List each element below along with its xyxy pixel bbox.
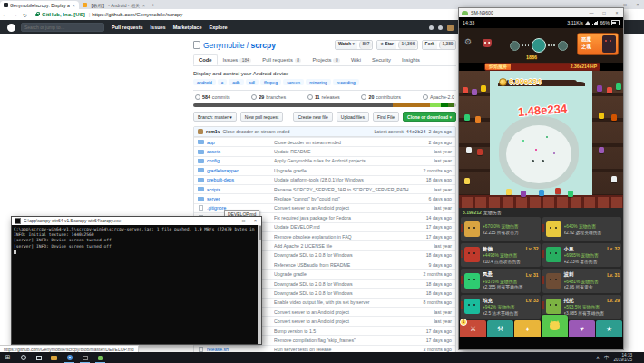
close-icon[interactable]: ×	[249, 217, 261, 225]
new-pull-request-button[interactable]: New pull request	[240, 112, 283, 122]
commit-message-link[interactable]: Update README	[274, 149, 410, 154]
commit-sha[interactable]: 44e2b24	[406, 129, 426, 134]
repo-owner-link[interactable]: Genymobile	[203, 41, 244, 50]
create-new-file-button[interactable]: Create new file	[293, 112, 332, 122]
browser-tab[interactable]: 【教程】 - Android - 相关 ×	[79, 1, 149, 9]
file-explorer-icon[interactable]	[46, 352, 62, 363]
github-nav-link[interactable]: Issues	[151, 25, 166, 30]
commit-message-link[interactable]: Downgrade SDL to 2.0.8 for Windows	[274, 281, 410, 287]
cmd-taskbar-icon[interactable]	[77, 352, 93, 363]
commit-message-link[interactable]: Convert server to an Android project	[274, 309, 410, 315]
commit-message-link[interactable]: Downgrade SDL to 2.0.8 for Windows	[274, 290, 410, 296]
url-text[interactable]: https://github.com/Genymobile/scrcpy	[92, 12, 182, 17]
game-tab[interactable]: ★	[596, 320, 622, 337]
commit-message-link[interactable]: Apply Genymobile rules for Android proje…	[274, 158, 410, 163]
commit-message-link[interactable]: Upgrade gradle	[274, 271, 410, 277]
new-tab-button[interactable]: +	[149, 1, 158, 9]
github-search-input[interactable]	[21, 23, 104, 32]
repo-tab[interactable]: Insights	[396, 54, 425, 65]
plus-menu-icon[interactable]	[438, 25, 443, 30]
file-name-link[interactable]: gradle/wrapper	[207, 168, 274, 173]
topic-chip[interactable]: screen	[283, 79, 304, 85]
topic-chip[interactable]: c	[218, 79, 228, 85]
forward-icon[interactable]: →	[10, 12, 20, 17]
commit-message-link[interactable]: Update platform-tools (28.0.1) for Windo…	[274, 177, 410, 182]
task-view-icon[interactable]	[31, 352, 46, 363]
commit-author[interactable]: rom1v	[206, 129, 220, 134]
github-nav-link[interactable]: Pull requests	[112, 25, 143, 30]
file-name-link[interactable]: config	[207, 158, 274, 163]
scrcpy-taskbar-icon[interactable]	[93, 352, 108, 363]
github-nav-link[interactable]: Explore	[209, 25, 227, 30]
scrollbar-thumb[interactable]	[259, 226, 261, 240]
game-tab[interactable]	[542, 315, 568, 337]
chrome-taskbar-icon[interactable]	[62, 352, 77, 363]
boss-sprite[interactable]	[506, 125, 571, 183]
commit-message-link[interactable]: Remove obsolete explanation in FAQ	[274, 234, 410, 240]
repo-tab[interactable]: Code	[193, 54, 218, 65]
github-logo-icon[interactable]	[7, 24, 15, 32]
demon-soul-button[interactable]: 恶魔之魂	[577, 33, 619, 55]
upload-files-button[interactable]: Upload files	[337, 112, 369, 122]
commit-message-link[interactable]: Remove compilation flag "skip_frames"	[274, 338, 410, 343]
close-icon[interactable]: ×	[610, 8, 623, 17]
tray-expand-icon[interactable]: ∧	[596, 355, 600, 360]
game-tab[interactable]: ♦	[514, 320, 541, 337]
topic-chip[interactable]: mirroring	[306, 79, 331, 85]
commit-author-avatar[interactable]	[198, 129, 203, 134]
pet-card[interactable]: +640% 宠物伤害 x2.92 远程英雄伤害	[542, 217, 622, 241]
commit-message-link[interactable]: Reference USBaudio from README	[274, 262, 410, 268]
commit-message-link[interactable]: Fix required java package for Fedora	[274, 215, 410, 221]
taskbar-clock[interactable]: 14:33 2019/1/25	[614, 353, 632, 363]
browser-tab[interactable]: Genymobile/scrcpy: Display a ×	[0, 1, 79, 9]
commit-message-link[interactable]: Add Apache 2 LICENSE file	[274, 243, 410, 249]
topic-chip[interactable]: android	[193, 79, 216, 85]
commit-message[interactable]: Close decoder on stream ended	[223, 129, 290, 134]
show-desktop-button[interactable]	[639, 352, 641, 363]
repo-name-link[interactable]: scrcpy	[250, 41, 275, 50]
game-scene[interactable]: 6.09e234 1.48e234	[459, 71, 623, 208]
file-name-link[interactable]: prebuilt-deps	[207, 177, 274, 182]
minimize-icon[interactable]: —	[226, 217, 238, 225]
commit-message-link[interactable]: Enable video output file, with pts set b…	[274, 299, 410, 305]
repo-tab[interactable]: Pull requests8	[257, 54, 307, 65]
find-file-button[interactable]: Find File	[373, 112, 399, 122]
repo-action-button[interactable]: Watch ▾897	[335, 40, 373, 50]
refresh-icon[interactable]: ↻	[20, 12, 30, 18]
pet-card[interactable]: 波刺Lv. 31 +6481% 宠物伤害 x2.86 所有黄金	[542, 269, 622, 293]
stage-selector[interactable]	[510, 38, 568, 53]
commit-message-link[interactable]: Convert server to an Android project	[274, 205, 410, 211]
commit-message-link[interactable]: Update DEVELOP.md	[274, 224, 410, 230]
file-name-link[interactable]: assets	[207, 149, 274, 154]
file-name-link[interactable]: app	[207, 140, 274, 145]
scrcpy-window[interactable]: SM-N9600 — □ × 14:33 3.11K/s 66% ⚙	[458, 7, 624, 350]
terminal-window[interactable]: C:\app\scrcpy-win64-v1.5\scrcpy-win64\sc…	[11, 216, 262, 345]
topic-chip[interactable]: adb	[229, 79, 243, 85]
back-icon[interactable]: ←	[0, 12, 10, 17]
notifications-icon[interactable]	[429, 25, 434, 30]
search-icon[interactable]	[15, 352, 31, 363]
prev-stage-icon[interactable]	[510, 41, 520, 51]
clone-or-download-button[interactable]: Clone or download ▾	[403, 112, 456, 122]
topic-chip[interactable]: ffmpeg	[260, 79, 281, 85]
repo-stat[interactable]: 11releases	[307, 94, 340, 100]
terminal-title-bar[interactable]: C:\app\scrcpy-win64-v1.5\scrcpy-win64\sc…	[12, 217, 261, 225]
current-stage-icon[interactable]	[532, 38, 546, 53]
pet-card[interactable]: 小凰Lv. 32 +6965% 宠物伤害 +2.23% 暴击伤害	[542, 243, 622, 268]
file-name-link[interactable]: server	[207, 196, 274, 201]
pet-card[interactable]: +670.0% 宠物伤害 x2.235 所有攻击力	[461, 217, 541, 241]
repo-stat[interactable]: 584commits	[195, 94, 230, 100]
repo-tab[interactable]: Security	[366, 54, 396, 65]
commit-message-link[interactable]: Upgrade gradle	[274, 168, 410, 173]
repo-stat[interactable]: 20contributors	[361, 94, 401, 100]
topic-chip[interactable]: recording	[333, 79, 359, 85]
minimize-icon[interactable]: —	[585, 8, 598, 17]
language-bar[interactable]	[193, 103, 456, 107]
github-nav-link[interactable]: Marketplace	[173, 25, 202, 30]
repo-stat[interactable]: Apache-2.0	[423, 94, 454, 100]
close-icon[interactable]: ×	[631, 0, 644, 9]
commit-message-link[interactable]: Close decoder on stream ended	[274, 140, 410, 145]
terminal-scrollbar[interactable]	[258, 225, 261, 344]
terminal-output[interactable]: C:\app\scrcpy-win64-v1.5\scrcpy-win64\sc…	[12, 225, 258, 344]
repo-tab[interactable]: Issues184	[218, 54, 258, 65]
